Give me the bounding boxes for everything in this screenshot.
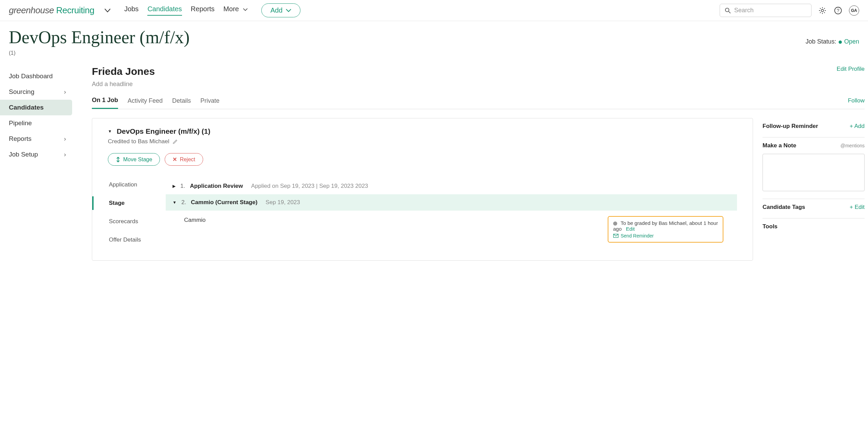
- sub-stage-label: Cammio: [184, 213, 206, 224]
- gear-icon: [818, 6, 826, 15]
- reject-button[interactable]: ✕ Reject: [165, 153, 203, 166]
- collapse-icon[interactable]: ▼: [108, 129, 112, 134]
- search-icon: [725, 7, 731, 14]
- job-status-value: Open: [844, 38, 859, 45]
- brand-logo[interactable]: greenhouse Recruiting: [9, 5, 94, 16]
- pencil-icon: [173, 139, 178, 144]
- stage-number: 2.: [181, 199, 186, 206]
- sidebar-item-reports[interactable]: Reports ›: [0, 131, 75, 147]
- sidebar-item-setup[interactable]: Job Setup ›: [0, 147, 75, 162]
- grading-highlight-box: To be graded by Bas Michael, about 1 hou…: [608, 216, 723, 243]
- help-button[interactable]: ?: [833, 6, 843, 15]
- page-title: DevOps Engineer (m/f/x): [9, 27, 190, 47]
- brand-part1: greenhouse: [9, 5, 54, 15]
- edit-profile-link[interactable]: Edit Profile: [837, 66, 865, 72]
- send-reminder-label: Send Reminder: [621, 233, 654, 239]
- job-card-title: DevOps Engineer (m/f/x) (1): [117, 127, 210, 135]
- stage-meta: Applied on Sep 19, 2023 | Sep 19, 2023 2…: [251, 183, 368, 190]
- search-box[interactable]: [720, 4, 812, 17]
- chevron-down-icon: [286, 9, 291, 12]
- note-textarea[interactable]: [763, 154, 865, 191]
- svg-text:?: ?: [837, 8, 839, 13]
- chevron-right-icon: ›: [64, 88, 66, 96]
- sidebar-item-dashboard[interactable]: Job Dashboard: [0, 68, 75, 84]
- edit-credited-button[interactable]: [173, 139, 178, 144]
- mentions-hint: @mentions: [840, 143, 865, 148]
- move-stage-button[interactable]: Move Stage: [108, 153, 160, 166]
- followup-heading: Follow-up Reminder: [763, 123, 818, 130]
- search-input[interactable]: [734, 7, 806, 14]
- close-icon: ✕: [173, 156, 177, 163]
- brand-dropdown-caret[interactable]: [104, 9, 111, 13]
- tab-activity[interactable]: Activity Feed: [128, 97, 163, 109]
- tab-on-job[interactable]: On 1 Job: [92, 97, 118, 109]
- nav-more-label: More: [224, 5, 239, 13]
- sidebar-item-label: Reports: [9, 135, 32, 143]
- status-dot-icon: ●: [838, 37, 842, 46]
- svg-point-0: [725, 8, 729, 12]
- stage-nav-stage[interactable]: Stage: [92, 196, 166, 210]
- credited-text: Credited to Bas Michael: [108, 138, 169, 145]
- avatar-initials: GA: [851, 8, 857, 13]
- sidebar-item-label: Job Setup: [9, 151, 38, 158]
- tab-private[interactable]: Private: [200, 97, 219, 109]
- tab-details[interactable]: Details: [172, 97, 191, 109]
- add-button[interactable]: Add: [261, 3, 301, 17]
- sub-count: (1): [0, 50, 868, 59]
- send-reminder-link[interactable]: Send Reminder: [613, 233, 718, 239]
- sidebar-item-sourcing[interactable]: Sourcing ›: [0, 84, 75, 100]
- stage-label: Cammio (Current Stage): [191, 199, 258, 206]
- tools-heading: Tools: [763, 223, 777, 230]
- help-icon: ?: [834, 6, 842, 15]
- user-avatar[interactable]: GA: [849, 5, 859, 16]
- stage-row-1[interactable]: ▶ 1. Application Review Applied on Sep 1…: [166, 178, 737, 194]
- stage-label: Application Review: [190, 183, 243, 190]
- collapse-icon: ▼: [173, 200, 177, 205]
- svg-line-1: [728, 11, 730, 13]
- sidebar-item-label: Sourcing: [9, 88, 34, 96]
- stage-row-2[interactable]: ▼ 2. Cammio (Current Stage) Sep 19, 2023: [166, 194, 737, 211]
- job-status: Job Status: ● Open: [806, 37, 859, 46]
- add-headline[interactable]: Add a headline: [92, 81, 155, 88]
- expand-icon: ▶: [173, 184, 176, 188]
- sidebar-item-pipeline[interactable]: Pipeline: [0, 115, 75, 131]
- stage-nav-application[interactable]: Application: [109, 178, 166, 192]
- note-heading: Make a Note: [763, 142, 796, 149]
- nav-reports[interactable]: Reports: [191, 5, 215, 16]
- stage-nav-offer[interactable]: Offer Details: [109, 233, 166, 247]
- nav-more[interactable]: More: [224, 5, 248, 16]
- add-followup-link[interactable]: + Add: [850, 123, 865, 130]
- move-stage-label: Move Stage: [123, 157, 152, 163]
- nav-jobs[interactable]: Jobs: [124, 5, 138, 16]
- stage-meta: Sep 19, 2023: [266, 199, 300, 206]
- sidebar-item-candidates[interactable]: Candidates: [0, 100, 72, 115]
- add-button-label: Add: [271, 6, 283, 14]
- edit-grading-link[interactable]: Edit: [626, 226, 635, 232]
- job-status-label: Job Status:: [806, 38, 838, 45]
- chevron-right-icon: ›: [64, 151, 66, 158]
- stage-number: 1.: [180, 183, 185, 190]
- candidate-name: Frieda Jones: [92, 66, 155, 77]
- brand-part2: Recruiting: [54, 5, 94, 15]
- edit-tags-link[interactable]: + Edit: [850, 204, 865, 211]
- stage-nav-scorecards[interactable]: Scorecards: [109, 215, 166, 228]
- tags-heading: Candidate Tags: [763, 204, 805, 211]
- svg-point-2: [821, 9, 824, 12]
- move-icon: [116, 157, 120, 162]
- follow-link[interactable]: Follow: [848, 97, 865, 108]
- chevron-right-icon: ›: [64, 135, 66, 143]
- settings-button[interactable]: [818, 6, 827, 15]
- nav-candidates[interactable]: Candidates: [147, 5, 182, 16]
- chevron-down-icon: [243, 8, 248, 11]
- status-dot-icon: [613, 222, 617, 226]
- mail-icon: [613, 234, 619, 238]
- reject-label: Reject: [180, 157, 195, 163]
- chevron-down-icon: [104, 9, 111, 13]
